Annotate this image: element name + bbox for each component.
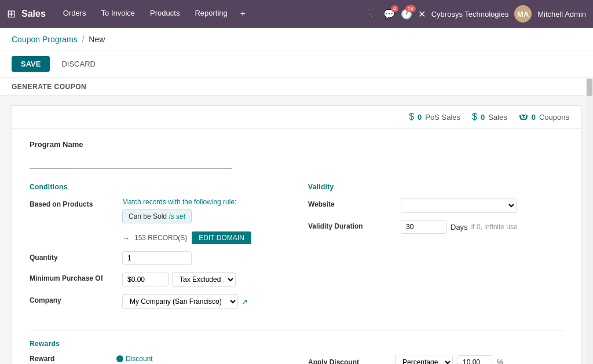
tax-select[interactable]: Tax Excluded Tax Included [172, 272, 236, 287]
percent-sign: % [497, 358, 503, 364]
quantity-value [122, 251, 285, 265]
website-row: Website [308, 198, 563, 213]
validity-hint: if 0, infinite use [471, 223, 518, 231]
filter-operator: is set [169, 212, 185, 220]
company-label: Cybrosys Technologies [431, 10, 508, 19]
apply-discount-label: Apply Discount [308, 358, 395, 364]
filter-tag: Can be Sold is set [122, 209, 192, 223]
coupons-count: 0 [532, 113, 536, 122]
website-value [401, 198, 563, 213]
menu-reporting[interactable]: Reporting [188, 5, 234, 23]
quantity-row: Quantity [30, 251, 285, 265]
topnav: ⊞ Sales Orders To Invoice Products Repor… [0, 0, 593, 28]
validity-duration-label: Validity Duration [308, 220, 395, 230]
discount-value-input[interactable] [457, 355, 492, 364]
brand-label: Sales [21, 9, 46, 19]
program-name-section: Program Name [30, 140, 563, 169]
filter-field: Can be Sold [129, 212, 167, 220]
rewards-title: Rewards [30, 340, 563, 348]
company-value: My Company (San Francisco) ↗ [122, 294, 285, 309]
topnav-menu: Orders To Invoice Products Reporting + [56, 5, 250, 23]
external-link-icon[interactable]: ↗ [241, 297, 248, 306]
website-select[interactable] [401, 198, 517, 213]
company-select[interactable]: My Company (San Francisco) [122, 294, 238, 309]
breadcrumb-current: New [89, 35, 105, 44]
based-on-label: Based on Products [30, 198, 116, 208]
reward-left: Reward Discount [30, 355, 285, 364]
records-count: 153 RECORD(S) [134, 234, 187, 242]
program-name-label: Program Name [30, 140, 563, 149]
scrollbar-track[interactable] [586, 78, 593, 364]
username-label: Mitchell Admin [537, 10, 586, 19]
page-header: Coupon Programs / New [0, 28, 593, 50]
apps-icon[interactable]: ⊞ [7, 8, 16, 20]
scrollbar-thumb[interactable] [587, 79, 592, 96]
menu-products[interactable]: Products [143, 5, 186, 23]
validity-duration-row: Validity Duration Days if 0, infinite us… [308, 220, 563, 234]
tools-icon[interactable]: ✕ [418, 9, 426, 20]
reward-row: Reward Discount [30, 355, 285, 363]
validity-inputs: Days if 0, infinite use [401, 220, 563, 234]
quantity-input[interactable] [122, 251, 192, 265]
apply-discount-value: Percentage % [395, 355, 503, 364]
pos-sales-label: PoS Sales [425, 113, 460, 122]
phone-icon[interactable]: 📞 [366, 9, 378, 20]
rewards-two-col: Reward Discount [30, 355, 563, 364]
company-label: Company [30, 294, 116, 304]
program-name-input[interactable] [30, 155, 232, 169]
pos-sales-count: 0 [418, 113, 422, 122]
sales-count: 0 [481, 113, 485, 122]
sales-label: Sales [488, 113, 507, 122]
clock-badge: 24 [405, 5, 416, 12]
clock-icon[interactable]: 🕐 24 [401, 9, 412, 20]
sales-stat[interactable]: $ 0 Sales [472, 112, 507, 122]
chat-icon[interactable]: 💬 4 [383, 9, 395, 20]
generate-coupon-label: GENERATE COUPON [12, 83, 86, 91]
reward-right: Apply Discount Percentage % [308, 355, 563, 364]
coupons-icon: 🎟 [519, 112, 528, 122]
stats-bar: $ 0 PoS Sales $ 0 Sales 🎟 0 Coupons [12, 106, 581, 128]
breadcrumb-separator: / [82, 35, 85, 44]
days-label: Days [451, 223, 468, 231]
min-purchase-value: Tax Excluded Tax Included [122, 272, 285, 287]
days-input[interactable] [401, 220, 447, 234]
discard-button[interactable]: DISCARD [54, 56, 103, 72]
apply-discount-row-container: Apply Discount Percentage % [308, 355, 563, 364]
breadcrumb: Coupon Programs / New [12, 35, 581, 44]
apply-discount-inputs: Percentage % [395, 355, 503, 364]
main-content: $ 0 PoS Sales $ 0 Sales 🎟 0 Coupons [0, 96, 593, 364]
avatar[interactable]: MA [514, 5, 532, 23]
min-purchase-label: Minimum Purchase Of [30, 272, 116, 282]
based-on-value: Match records with the following rule: C… [122, 198, 285, 244]
reward-circle-icon [116, 355, 123, 362]
reward-type-label: Discount [126, 355, 153, 363]
menu-to-invoice[interactable]: To Invoice [94, 5, 142, 23]
conditions-column: Conditions Based on Products Match recor… [30, 183, 285, 316]
arrow-icon: → [122, 234, 130, 242]
min-purchase-row: Minimum Purchase Of Tax Excluded Tax Inc… [30, 272, 285, 287]
pos-sales-icon: $ [409, 112, 414, 122]
quantity-label: Quantity [30, 251, 116, 262]
coupons-label: Coupons [539, 113, 569, 122]
pos-sales-stat[interactable]: $ 0 PoS Sales [409, 112, 460, 122]
company-row: Company My Company (San Francisco) ↗ [30, 294, 285, 309]
discount-type-select[interactable]: Percentage [395, 355, 453, 364]
form-card: $ 0 PoS Sales $ 0 Sales 🎟 0 Coupons [12, 105, 581, 364]
toolbar: SAVE DISCARD [0, 50, 593, 78]
website-label: Website [308, 198, 395, 208]
min-purchase-input[interactable] [122, 273, 169, 286]
coupons-stat[interactable]: 🎟 0 Coupons [519, 112, 569, 122]
sales-icon: $ [472, 112, 477, 122]
menu-orders[interactable]: Orders [56, 5, 93, 23]
edit-domain-button[interactable]: EDIT DOMAIN [192, 231, 251, 244]
topnav-icons: 📞 💬 4 🕐 24 ✕ Cybrosys Technologies MA Mi… [366, 5, 586, 23]
chat-badge: 4 [391, 5, 398, 12]
breadcrumb-parent[interactable]: Coupon Programs [12, 35, 78, 44]
reward-label: Reward [30, 355, 116, 363]
match-text: Match records with the following rule: [122, 198, 285, 206]
save-button[interactable]: SAVE [12, 56, 50, 72]
two-col-layout: Conditions Based on Products Match recor… [30, 183, 563, 316]
records-row: → 153 RECORD(S) EDIT DOMAIN [122, 231, 285, 244]
generate-coupon-bar: GENERATE COUPON [0, 78, 593, 96]
add-menu-icon[interactable]: + [236, 5, 250, 23]
